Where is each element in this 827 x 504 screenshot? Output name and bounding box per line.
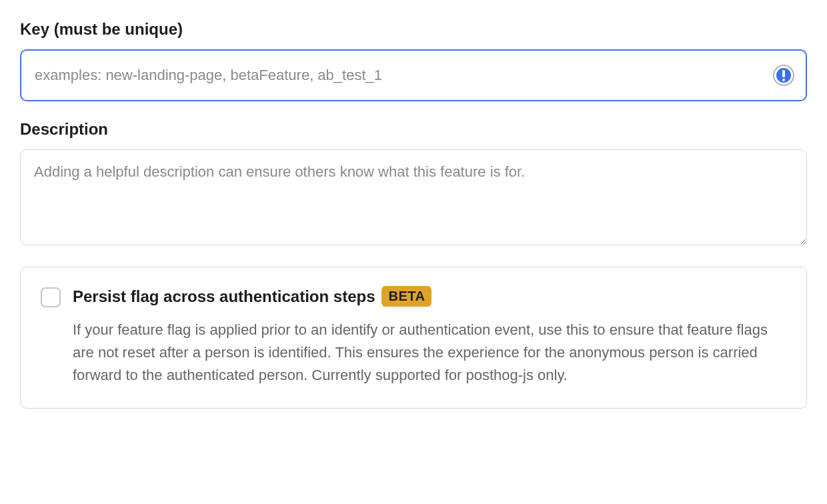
svg-rect-2 xyxy=(782,70,785,77)
key-field-label: Key (must be unique) xyxy=(20,20,807,39)
svg-point-3 xyxy=(782,79,785,81)
description-field-section: Description xyxy=(20,120,807,248)
beta-badge: BETA xyxy=(381,286,432,307)
persist-label-row: Persist flag across authentication steps… xyxy=(73,286,786,307)
persist-content: Persist flag across authentication steps… xyxy=(73,286,786,387)
description-field-label: Description xyxy=(20,120,807,139)
persist-option-card: Persist flag across authentication steps… xyxy=(20,267,807,409)
key-field-section: Key (must be unique) xyxy=(20,20,807,101)
description-textarea[interactable] xyxy=(20,149,807,245)
persist-help-text: If your feature flag is applied prior to… xyxy=(73,319,786,387)
key-input[interactable] xyxy=(20,49,807,101)
persist-checkbox-row: Persist flag across authentication steps… xyxy=(41,286,786,387)
key-input-wrapper xyxy=(20,49,807,101)
persist-label: Persist flag across authentication steps xyxy=(73,287,375,306)
password-manager-icon[interactable] xyxy=(772,64,795,87)
persist-checkbox[interactable] xyxy=(41,287,61,307)
